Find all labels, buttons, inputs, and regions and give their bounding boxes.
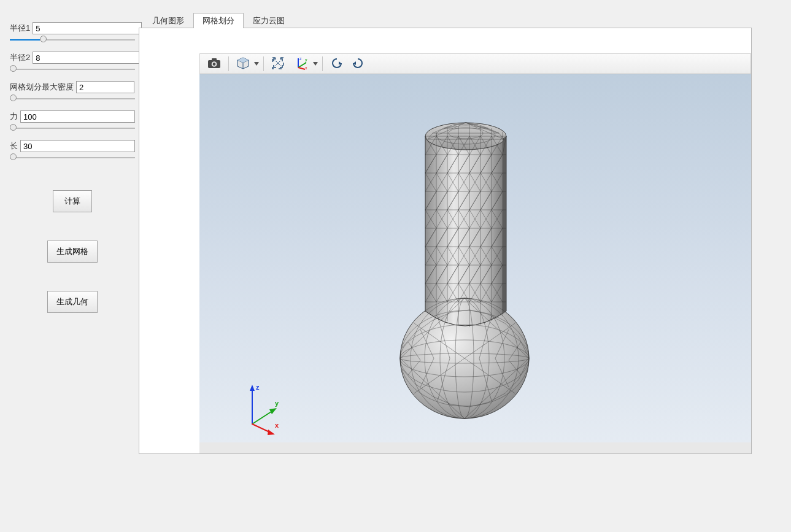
svg-text:x: x <box>305 66 307 70</box>
slider-track <box>10 157 135 158</box>
tab-stress[interactable]: 应力云图 <box>244 13 294 28</box>
rotate-ccw-button[interactable] <box>327 55 347 73</box>
label-radius2: 半径2 <box>10 52 30 63</box>
slider-length[interactable] <box>10 156 135 160</box>
toolbar-separator <box>322 56 323 71</box>
camera-icon <box>207 58 221 71</box>
svg-rect-21 <box>212 58 217 61</box>
toolbar-separator <box>263 56 264 71</box>
mesh-render <box>199 53 751 453</box>
label-length: 长 <box>10 141 18 152</box>
input-length[interactable] <box>20 140 135 152</box>
slider-thumb[interactable] <box>10 124 17 131</box>
slider-thumb[interactable] <box>40 36 47 42</box>
coordinate-axis-dropdown[interactable] <box>312 55 318 72</box>
viewport-toolbar: z y x <box>199 53 751 74</box>
slider-track <box>10 98 135 99</box>
svg-point-23 <box>213 63 216 66</box>
compute-button[interactable]: 计算 <box>53 190 92 212</box>
slider-thumb[interactable] <box>10 153 17 160</box>
input-radius2[interactable] <box>33 52 142 64</box>
isometric-view-button[interactable] <box>233 55 253 73</box>
slider-radius2[interactable] <box>10 67 135 71</box>
input-radius1[interactable] <box>33 22 142 34</box>
slider-fill <box>10 39 40 40</box>
input-force[interactable] <box>20 110 135 123</box>
generate-geometry-button[interactable]: 生成几何 <box>47 291 98 313</box>
param-row-force: 力 <box>10 110 135 123</box>
param-row-radius2: 半径2 <box>10 52 135 64</box>
rotate-ccw-icon <box>330 56 344 72</box>
tab-bar: 几何图形 网格划分 应力云图 <box>143 13 294 28</box>
param-row-length: 长 <box>10 140 135 152</box>
button-area: 计算 生成网格 生成几何 <box>10 190 135 341</box>
svg-text:y: y <box>305 58 307 63</box>
app-root: 半径1 半径2 网格划分最大密度 力 <box>0 0 791 532</box>
svg-marker-37 <box>313 62 318 66</box>
fit-view-icon <box>271 56 285 72</box>
input-mesh-density[interactable] <box>76 81 134 93</box>
param-row-mesh-density: 网格划分最大密度 <box>10 81 135 93</box>
cube-icon <box>236 56 250 72</box>
coordinate-axis-button[interactable]: z y x <box>292 55 312 73</box>
screenshot-button[interactable] <box>204 55 224 73</box>
isometric-view-dropdown[interactable] <box>253 55 260 72</box>
svg-text:z: z <box>299 56 302 61</box>
param-row-radius1: 半径1 <box>10 22 135 34</box>
parameter-sidebar: 半径1 半径2 网格划分最大密度 力 <box>10 22 135 341</box>
slider-thumb[interactable] <box>10 94 17 101</box>
slider-track <box>10 128 135 129</box>
toolbar-separator <box>228 56 229 71</box>
slider-mesh-density[interactable] <box>10 97 135 101</box>
svg-line-33 <box>298 67 305 69</box>
fit-view-button[interactable] <box>268 55 288 73</box>
rotate-cw-button[interactable] <box>348 55 368 73</box>
tab-mesh[interactable]: 网格划分 <box>193 13 244 28</box>
slider-thumb[interactable] <box>10 65 17 72</box>
label-force: 力 <box>10 111 18 122</box>
svg-marker-27 <box>254 62 259 66</box>
rotate-cw-icon <box>351 56 365 72</box>
main-panel: z y x <box>139 28 752 454</box>
label-radius1: 半径1 <box>10 23 30 34</box>
slider-radius1[interactable] <box>10 38 135 42</box>
viewport-3d[interactable]: z y x <box>199 53 751 453</box>
axis-icon: z y x <box>295 56 309 72</box>
slider-force[interactable] <box>10 126 135 130</box>
label-mesh-density: 网格划分最大密度 <box>10 82 74 93</box>
slider-track <box>10 69 135 70</box>
generate-mesh-button[interactable]: 生成网格 <box>47 241 98 263</box>
tab-geometry[interactable]: 几何图形 <box>143 13 193 28</box>
